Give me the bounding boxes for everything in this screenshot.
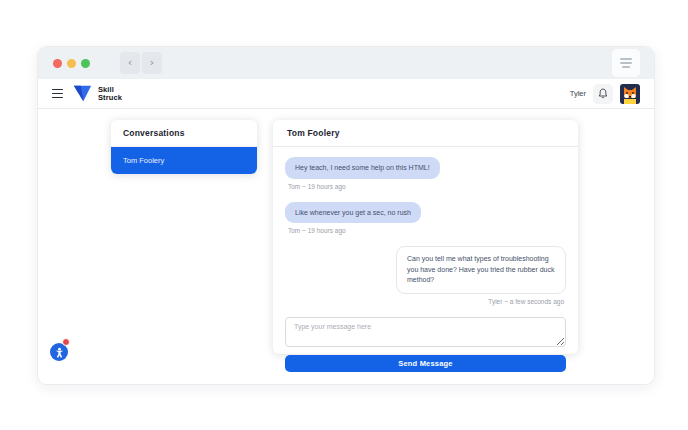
accessibility-person-icon: [54, 347, 65, 358]
brand-name: Skill Struck: [98, 86, 122, 102]
send-message-button[interactable]: Send Message: [285, 355, 566, 372]
user-name-label: Tyler: [570, 89, 586, 98]
message-composer: Send Message: [285, 317, 566, 372]
forward-icon: ›: [150, 56, 154, 69]
message-bubble: Can you tell me what types of troublesho…: [396, 246, 566, 294]
window-controls: [53, 59, 90, 68]
browser-menu-button[interactable]: [612, 49, 640, 77]
maximize-window-button[interactable]: [81, 59, 90, 68]
page-background: ‹ › Skill Struck Tyler: [0, 0, 688, 430]
brand-line2: Struck: [98, 94, 122, 102]
header-right: Tyler: [570, 84, 640, 104]
message-bubble: Hey teach, I need some help on this HTML…: [285, 157, 440, 179]
chat-panel: Tom Foolery Hey teach, I need some help …: [273, 120, 578, 354]
browser-chrome: ‹ ›: [38, 47, 654, 79]
message-row: Like whenever you get a sec, no rush Tom…: [285, 202, 566, 243]
conversations-panel: Conversations Tom Foolery: [111, 120, 257, 174]
back-button[interactable]: ‹: [120, 52, 140, 74]
browser-window: ‹ › Skill Struck Tyler: [37, 46, 655, 385]
browser-nav-buttons: ‹ ›: [120, 52, 162, 74]
conversations-title: Conversations: [111, 120, 257, 147]
minimize-window-button[interactable]: [67, 59, 76, 68]
conversation-item-tom-foolery[interactable]: Tom Foolery: [111, 147, 257, 174]
message-bubble: Like whenever you get a sec, no rush: [285, 202, 421, 224]
forward-button[interactable]: ›: [142, 52, 162, 74]
close-window-button[interactable]: [53, 59, 62, 68]
user-avatar[interactable]: [620, 84, 640, 104]
notification-badge: [62, 338, 70, 346]
chat-messages: Hey teach, I need some help on this HTML…: [273, 147, 578, 384]
message-meta: Tom ~ 19 hours ago: [288, 183, 566, 190]
chat-title: Tom Foolery: [273, 120, 578, 147]
message-meta: Tom ~ 19 hours ago: [288, 227, 566, 234]
back-icon: ‹: [128, 56, 132, 69]
skill-struck-logo-icon: [72, 84, 93, 103]
bell-icon: [598, 88, 608, 99]
message-meta: Tyler ~ a few seconds ago: [488, 298, 564, 305]
menu-lines-icon: [620, 58, 632, 60]
app-header: Skill Struck Tyler: [38, 79, 654, 109]
message-row: Hey teach, I need some help on this HTML…: [285, 157, 566, 198]
hamburger-menu-icon[interactable]: [52, 89, 63, 99]
app-content: Conversations Tom Foolery Tom Foolery He…: [38, 109, 654, 385]
message-row: Can you tell me what types of troublesho…: [285, 246, 566, 313]
fox-avatar-icon: [620, 84, 640, 104]
message-input[interactable]: [285, 317, 566, 347]
notifications-button[interactable]: [593, 84, 613, 104]
